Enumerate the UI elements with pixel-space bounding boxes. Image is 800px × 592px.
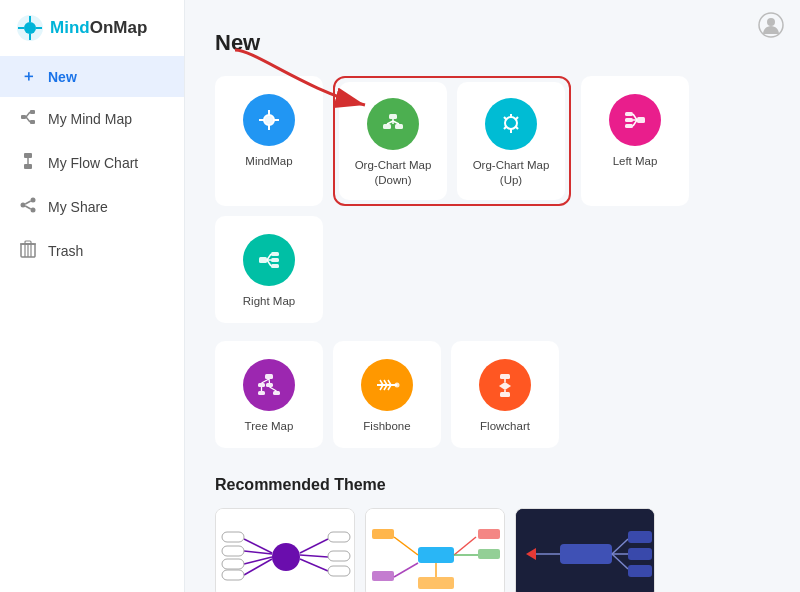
map-card-left[interactable]: Left Map (581, 76, 689, 206)
svg-rect-49 (625, 112, 633, 116)
svg-line-9 (26, 112, 30, 117)
svg-rect-37 (395, 124, 403, 129)
sidebar-item-mindmap[interactable]: My Mind Map (0, 97, 184, 141)
svg-rect-103 (372, 529, 394, 539)
sidebar-item-new[interactable]: ＋ New (0, 56, 184, 97)
svg-line-40 (393, 121, 399, 124)
user-icon[interactable] (758, 12, 784, 43)
svg-line-45 (515, 117, 518, 120)
svg-rect-58 (271, 264, 279, 268)
sidebar-label-share: My Share (48, 199, 108, 215)
svg-line-68 (269, 379, 270, 383)
org-up-card-label: Org-Chart Map (Up) (467, 158, 555, 188)
svg-rect-105 (478, 529, 500, 539)
map-card-org-down[interactable]: Org-Chart Map(Down) (339, 82, 447, 200)
map-card-org-up[interactable]: Org-Chart Map (Up) (457, 82, 565, 200)
svg-point-78 (395, 382, 400, 387)
svg-line-67 (262, 379, 270, 383)
sidebar-label-trash: Trash (48, 243, 83, 259)
map-card-fishbone[interactable]: Fishbone (333, 341, 441, 448)
share-icon (18, 196, 38, 218)
svg-rect-57 (271, 258, 279, 262)
svg-rect-62 (265, 374, 273, 379)
svg-rect-113 (560, 544, 612, 564)
fishbone-card-icon (361, 359, 413, 411)
svg-point-1 (24, 22, 36, 34)
sidebar-item-share[interactable]: My Share (0, 185, 184, 229)
left-map-card-label: Left Map (613, 154, 658, 169)
sidebar-item-trash[interactable]: Trash (0, 229, 184, 273)
theme-card-2[interactable] (365, 508, 505, 592)
svg-marker-80 (499, 382, 511, 390)
trash-icon (18, 240, 38, 262)
svg-rect-8 (30, 120, 35, 124)
svg-rect-109 (372, 571, 394, 581)
theme-card-1[interactable] (215, 508, 355, 592)
sidebar-label-new: New (48, 69, 77, 85)
theme-section-title: Recommended Theme (215, 476, 770, 494)
sidebar-label-flowchart: My Flow Chart (48, 155, 138, 171)
svg-rect-79 (500, 374, 510, 379)
svg-rect-6 (21, 115, 26, 119)
logo-icon (16, 14, 44, 42)
sidebar: MindOnMap ＋ New My Mind Map My Flow Char… (0, 0, 185, 592)
svg-rect-51 (625, 124, 633, 128)
logo: MindOnMap (0, 0, 184, 52)
map-card-mindmap[interactable]: MindMap (215, 76, 323, 206)
svg-rect-111 (418, 577, 454, 589)
theme-3-preview (516, 509, 655, 592)
svg-rect-12 (24, 164, 32, 169)
svg-line-17 (25, 201, 30, 204)
mindmap-icon (18, 108, 38, 130)
svg-point-26 (767, 18, 775, 26)
svg-rect-24 (25, 241, 31, 244)
left-map-card-icon (609, 94, 661, 146)
svg-rect-55 (259, 257, 267, 263)
map-card-tree[interactable]: Tree Map (215, 341, 323, 448)
right-map-card-icon (243, 234, 295, 286)
sidebar-label-mindmap: My Mind Map (48, 111, 132, 127)
logo-text: MindOnMap (50, 18, 147, 38)
svg-rect-64 (266, 383, 273, 387)
svg-rect-7 (30, 110, 35, 114)
flowchart-icon (18, 152, 38, 174)
svg-line-39 (387, 121, 393, 124)
svg-point-85 (272, 543, 300, 571)
theme-2-preview (366, 509, 505, 592)
svg-rect-115 (628, 531, 652, 543)
svg-rect-101 (418, 547, 454, 563)
svg-line-61 (267, 260, 271, 266)
map-card-flowchart[interactable]: Flowchart (451, 341, 559, 448)
sidebar-nav: ＋ New My Mind Map My Flow Chart My Share (0, 52, 184, 277)
org-down-card-icon (367, 98, 419, 150)
fishbone-card-label: Fishbone (363, 419, 410, 434)
svg-rect-117 (628, 548, 652, 560)
flowchart-card-icon (479, 359, 531, 411)
theme-card-3[interactable] (515, 508, 655, 592)
svg-rect-35 (389, 114, 397, 119)
svg-line-52 (633, 114, 637, 120)
svg-rect-36 (383, 124, 391, 129)
svg-point-34 (266, 117, 273, 124)
svg-line-46 (504, 126, 507, 129)
right-map-card-label: Right Map (243, 294, 295, 309)
svg-rect-11 (24, 153, 32, 158)
svg-rect-50 (625, 118, 633, 122)
svg-line-18 (25, 206, 30, 209)
map-grid: MindMap Org-Chart Map(Down) (215, 76, 770, 323)
svg-rect-107 (478, 549, 500, 559)
svg-rect-81 (500, 392, 510, 397)
map-card-right[interactable]: Right Map (215, 216, 323, 323)
highlighted-cards-group: Org-Chart Map(Down) Org-Chart Map (Up) (333, 76, 571, 206)
tree-card-icon (243, 359, 295, 411)
org-down-card-label: Org-Chart Map(Down) (355, 158, 432, 188)
svg-line-47 (515, 126, 518, 129)
svg-point-16 (31, 208, 36, 213)
svg-rect-56 (271, 252, 279, 256)
org-up-card-icon (485, 98, 537, 150)
main-content: New MindMap (185, 0, 800, 592)
theme-1-preview (216, 509, 355, 592)
svg-rect-48 (637, 117, 645, 123)
theme-grid (215, 508, 770, 592)
sidebar-item-flowchart[interactable]: My Flow Chart (0, 141, 184, 185)
